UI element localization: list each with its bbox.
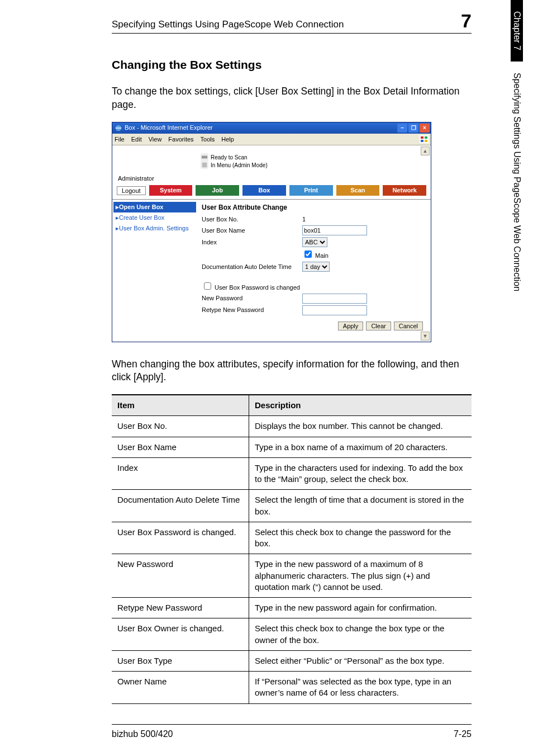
close-button[interactable]: × <box>420 124 430 133</box>
apply-button[interactable]: Apply <box>338 322 364 330</box>
select-index[interactable]: ABC <box>302 237 327 247</box>
tab-box[interactable]: Box <box>242 185 286 196</box>
menu-file[interactable]: File <box>115 135 125 144</box>
svg-rect-5 <box>425 140 427 142</box>
form-buttons: Apply Clear Cancel <box>202 317 425 336</box>
menu-tools[interactable]: Tools <box>201 135 215 144</box>
section-title: Changing the Box Settings <box>112 57 472 73</box>
content-columns: ▸Open User Box ▸Create User Box ▸User Bo… <box>112 200 431 342</box>
cell-item: User Box Owner is changed. <box>112 618 249 651</box>
label-auto-delete: Documentation Auto Delete Time <box>202 263 302 271</box>
table-row: Documentation Auto Delete TimeSelect the… <box>112 490 472 522</box>
form-title: User Box Attribute Change <box>202 203 425 212</box>
spec-table: Item Description User Box No.Displays th… <box>112 394 472 704</box>
browser-content: ▲ Ready to Scan In Menu (Admin Mode) Adm… <box>112 145 431 341</box>
tab-print[interactable]: Print <box>289 185 333 196</box>
minimize-button[interactable]: – <box>397 124 407 133</box>
cell-desc: Type in the new password of a maximum of… <box>249 554 472 598</box>
section-label: Specifying Settings Using PageScope Web … <box>511 73 523 291</box>
status-line-1: Ready to Scan <box>211 154 248 160</box>
value-user-box-no: 1 <box>302 215 306 224</box>
tab-system[interactable]: System <box>149 185 193 196</box>
cell-desc: Type in a box name of a maximum of 20 ch… <box>249 437 472 457</box>
table-row: User Box Owner is changed.Select this ch… <box>112 618 472 651</box>
intro-paragraph: To change the box settings, click [User … <box>112 85 472 111</box>
form-area: User Box Attribute Change User Box No. 1… <box>196 200 431 342</box>
label-retype-pw: Retype New Password <box>202 306 302 314</box>
running-header: Specifying Settings Using PageScope Web … <box>112 11 472 34</box>
menu-help[interactable]: Help <box>221 135 234 144</box>
label-index: Index <box>202 238 302 247</box>
footer-right: 7-25 <box>454 728 472 740</box>
input-user-box-name[interactable] <box>302 225 367 235</box>
label-pw-changed: User Box Password is changed <box>215 284 300 291</box>
cell-item: User Box Name <box>112 437 249 457</box>
svg-rect-7 <box>202 163 207 168</box>
footer-left: bizhub 500/420 <box>112 728 173 740</box>
cell-item: User Box No. <box>112 416 249 437</box>
menu-edit[interactable]: Edit <box>131 135 142 144</box>
device-status: Ready to Scan In Menu (Admin Mode) <box>112 151 431 173</box>
ie-icon <box>115 124 122 132</box>
th-item: Item <box>112 395 249 416</box>
checkbox-main[interactable] <box>304 251 312 258</box>
cell-item: New Password <box>112 554 249 598</box>
page-footer: bizhub 500/420 7-25 <box>112 724 472 740</box>
cell-item: User Box Password is changed. <box>112 522 249 554</box>
svg-rect-6 <box>202 156 207 159</box>
th-desc: Description <box>249 395 472 416</box>
nav-open-user-box[interactable]: ▸Open User Box <box>113 202 196 212</box>
cell-item: Documentation Auto Delete Time <box>112 490 249 522</box>
tab-network[interactable]: Network <box>383 185 426 196</box>
scroll-down-button[interactable]: ▼ <box>421 332 430 341</box>
window-title: Box - Microsoft Internet Explorer <box>125 124 213 132</box>
cell-item: Owner Name <box>112 672 249 704</box>
nav-box-admin-settings[interactable]: ▸User Box Admin. Settings <box>113 223 196 234</box>
cell-desc: Select the length of time that a documen… <box>249 490 472 522</box>
side-tabs: Chapter 7 Specifying Settings Using Page… <box>511 0 533 756</box>
page: Chapter 7 Specifying Settings Using Page… <box>0 0 533 756</box>
cell-desc: If “Personal” was selected as the box ty… <box>249 672 472 704</box>
cell-desc: Select this check box to change the box … <box>249 618 472 651</box>
svg-rect-2 <box>421 136 423 139</box>
nav-create-user-box[interactable]: ▸Create User Box <box>113 212 196 223</box>
menu-view[interactable]: View <box>149 135 162 144</box>
table-row: User Box No.Displays the box number. Thi… <box>112 416 472 437</box>
scroll-up-button[interactable]: ▲ <box>421 147 430 155</box>
checkbox-main-wrapper[interactable]: Main <box>302 249 329 260</box>
cell-desc: Select either “Public” or “Personal” as … <box>249 650 472 671</box>
input-retype-pw[interactable] <box>302 305 367 315</box>
chapter-tab: Chapter 7 <box>511 0 523 62</box>
table-row: IndexType in the characters used for ind… <box>112 457 472 490</box>
tab-scan[interactable]: Scan <box>336 185 380 196</box>
cell-desc: Type in the characters used for indexing… <box>249 457 472 490</box>
admin-label: Administrator <box>112 173 431 185</box>
cancel-button[interactable]: Cancel <box>394 322 423 330</box>
header-right: 7 <box>461 11 472 30</box>
browser-window: Box - Microsoft Internet Explorer – ❐ × … <box>112 122 431 342</box>
table-row: User Box TypeSelect either “Public” or “… <box>112 650 472 671</box>
table-row: Owner NameIf “Personal” was selected as … <box>112 672 472 704</box>
tab-job[interactable]: Job <box>196 185 239 196</box>
chapter-label: Chapter 7 <box>511 11 523 50</box>
cell-desc: Select this check box to change the pass… <box>249 522 472 554</box>
select-auto-delete[interactable]: 1 day <box>302 262 330 272</box>
table-row: Retype New PasswordType in the new passw… <box>112 598 472 618</box>
clear-button[interactable]: Clear <box>366 322 391 330</box>
browser-menubar: File Edit View Favorites Tools Help <box>112 134 431 146</box>
table-row: New PasswordType in the new password of … <box>112 554 472 598</box>
input-new-pw[interactable] <box>302 294 367 304</box>
menu-favorites[interactable]: Favorites <box>168 135 193 144</box>
checkbox-pw-changed[interactable] <box>204 282 211 290</box>
table-row: User Box Password is changed.Select this… <box>112 522 472 554</box>
cell-item: User Box Type <box>112 650 249 671</box>
logout-button[interactable]: Logout <box>117 186 146 195</box>
maximize-button[interactable]: ❐ <box>408 124 418 133</box>
cell-item: Retype New Password <box>112 598 249 618</box>
side-nav: ▸Open User Box ▸Create User Box ▸User Bo… <box>112 200 196 342</box>
scanner-icon <box>201 153 208 161</box>
menu-icon <box>201 161 208 169</box>
svg-rect-3 <box>425 136 427 139</box>
checkbox-pw-changed-wrapper[interactable]: User Box Password is changed <box>202 281 300 292</box>
tab-row: Logout System Job Box Print Scan Network <box>112 185 431 200</box>
